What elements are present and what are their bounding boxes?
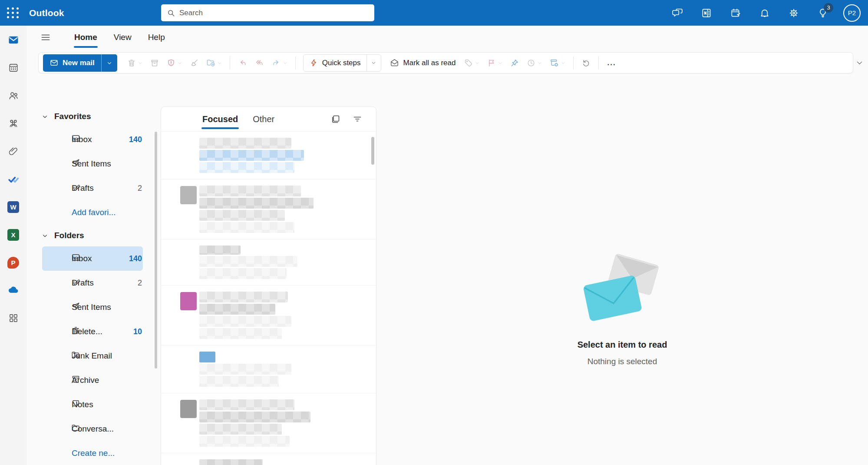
my-day-button[interactable] xyxy=(727,4,744,22)
collapse-toolbar-button[interactable] xyxy=(853,54,865,72)
favorites-section-header[interactable]: Favorites xyxy=(26,106,158,127)
pin-button[interactable] xyxy=(508,55,521,71)
rail-todo-button[interactable] xyxy=(3,169,23,189)
mark-all-read-button[interactable]: Mark all as read xyxy=(385,55,461,71)
new-mail-button[interactable]: New mail xyxy=(43,54,117,72)
people-icon xyxy=(8,90,19,101)
reading-pane: Select an item to read Nothing is select… xyxy=(376,102,868,465)
sweep-button[interactable] xyxy=(187,55,201,71)
reply-all-button[interactable] xyxy=(252,55,267,71)
rail-more-apps-button[interactable] xyxy=(3,308,23,328)
filter-button[interactable] xyxy=(351,113,364,126)
folder-pane-scrollbar[interactable] xyxy=(155,132,157,369)
tab-focused[interactable]: Focused xyxy=(195,107,245,131)
mail-list-item[interactable] xyxy=(161,393,376,453)
rail-people-button[interactable] xyxy=(3,86,23,106)
folder-inbox-count: 140 xyxy=(129,254,142,263)
rules-icon xyxy=(549,58,559,68)
mail-list-item[interactable] xyxy=(161,179,376,239)
rail-word-button[interactable]: W xyxy=(3,197,23,217)
quick-steps-dropdown[interactable] xyxy=(366,55,381,71)
favorite-sent-items[interactable]: Sent Items xyxy=(42,152,143,176)
redacted-text-bar xyxy=(199,399,294,410)
add-favorite-link[interactable]: Add favori... xyxy=(42,200,143,225)
snooze-button[interactable] xyxy=(524,55,545,71)
redacted-text-bar xyxy=(199,292,288,302)
rail-excel-button[interactable]: X xyxy=(3,225,23,245)
app-launcher-button[interactable] xyxy=(0,0,26,26)
drafts-icon xyxy=(71,182,81,194)
powerpoint-icon: P xyxy=(7,257,19,269)
onenote-feed-button[interactable] xyxy=(698,4,715,22)
undo-button[interactable] xyxy=(579,55,593,71)
mail-list-item[interactable] xyxy=(161,239,376,286)
message-list-scrollbar[interactable] xyxy=(371,137,374,165)
new-mail-main[interactable]: New mail xyxy=(43,54,101,72)
empty-state-subtitle: Nothing is selected xyxy=(587,357,657,366)
mail-list xyxy=(161,132,376,465)
categorize-button[interactable] xyxy=(462,55,482,71)
archive-button[interactable] xyxy=(148,55,162,71)
paperclip-icon xyxy=(8,146,19,157)
toolbar-more-button[interactable]: ... xyxy=(603,59,620,67)
folder-sent-items[interactable]: Sent Items xyxy=(42,295,143,319)
tab-other[interactable]: Other xyxy=(245,107,282,131)
folder-archive[interactable]: Archive xyxy=(42,368,143,392)
rail-files-button[interactable] xyxy=(3,141,23,161)
empty-state-title: Select an item to read xyxy=(578,340,667,350)
redacted-text-bar xyxy=(199,316,291,327)
chat-button[interactable] xyxy=(669,4,686,22)
notifications-button[interactable] xyxy=(756,4,773,22)
collapse-folder-pane-button[interactable] xyxy=(37,29,54,46)
tips-button[interactable]: 3 xyxy=(814,4,832,22)
search-input[interactable] xyxy=(179,9,369,17)
rail-mail-button[interactable] xyxy=(3,30,23,50)
mail-list-item[interactable] xyxy=(161,286,376,345)
top-bar: Outlook 3 P2 xyxy=(0,0,868,26)
select-messages-button[interactable] xyxy=(329,113,342,126)
folder-deleted-items[interactable]: Delete... 10 xyxy=(42,319,143,344)
favorite-inbox-count: 140 xyxy=(129,135,142,144)
tab-help[interactable]: Help xyxy=(140,30,173,45)
quick-steps-button[interactable]: Quick steps xyxy=(303,54,381,72)
tab-home[interactable]: Home xyxy=(66,30,106,45)
settings-button[interactable] xyxy=(785,4,802,22)
report-button[interactable] xyxy=(164,55,185,71)
gear-icon xyxy=(788,7,799,19)
quick-steps-main[interactable]: Quick steps xyxy=(304,58,366,67)
rules-button[interactable] xyxy=(547,55,568,71)
search-box[interactable] xyxy=(161,4,374,21)
mail-list-item[interactable] xyxy=(161,132,376,179)
rail-groups-button[interactable] xyxy=(3,113,23,133)
new-mail-dropdown[interactable] xyxy=(101,54,117,72)
account-avatar[interactable]: P2 xyxy=(843,4,861,22)
mail-list-item[interactable] xyxy=(161,453,376,465)
rail-powerpoint-button[interactable]: P xyxy=(3,252,23,272)
folder-drafts[interactable]: Drafts 2 xyxy=(42,271,143,295)
create-new-folder-link[interactable]: Create ne... xyxy=(42,441,143,465)
favorite-drafts[interactable]: Drafts 2 xyxy=(42,176,143,200)
mail-list-item[interactable] xyxy=(161,345,376,393)
folder-inbox[interactable]: Inbox 140 xyxy=(42,246,143,271)
delete-button[interactable] xyxy=(125,55,145,71)
move-to-button[interactable] xyxy=(204,55,224,71)
redacted-date-separator xyxy=(199,459,263,465)
reply-all-icon xyxy=(254,58,264,68)
favorite-inbox[interactable]: Inbox 140 xyxy=(42,127,143,152)
rail-onedrive-button[interactable] xyxy=(3,280,23,300)
folder-icon xyxy=(71,423,81,435)
folder-conversation-history[interactable]: Conversa... xyxy=(42,417,143,441)
tab-view[interactable]: View xyxy=(106,30,140,45)
junk-folder-icon xyxy=(71,350,81,362)
redacted-text-bar xyxy=(199,162,294,173)
app-rail: W X P xyxy=(0,26,26,465)
folder-notes[interactable]: Notes xyxy=(42,392,143,417)
folders-section-header[interactable]: Folders xyxy=(26,225,158,246)
flag-button[interactable] xyxy=(485,55,505,71)
reply-button[interactable] xyxy=(235,55,250,71)
redacted-text-bar xyxy=(199,424,282,435)
rail-calendar-button[interactable] xyxy=(3,58,23,78)
forward-button[interactable] xyxy=(269,55,290,71)
ribbon-tab-row: Home View Help xyxy=(26,26,868,49)
folder-junk-email[interactable]: Junk Email xyxy=(42,344,143,368)
